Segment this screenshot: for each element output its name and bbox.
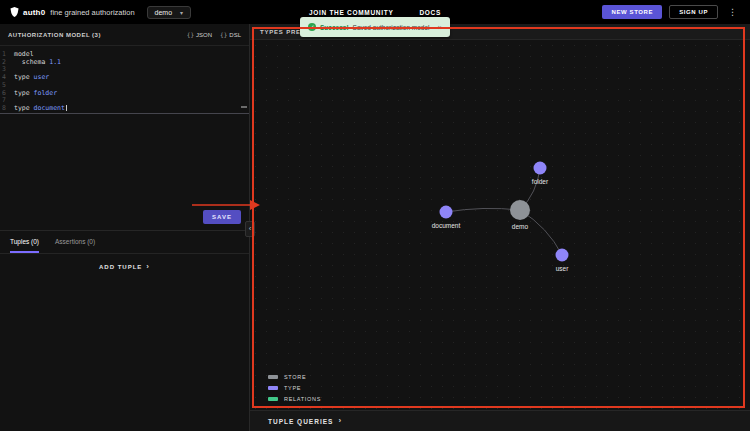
- brand-logo[interactable]: auth0 fine grained authorization: [10, 7, 135, 17]
- view-toggles: {} JSON {} DSL: [187, 31, 241, 38]
- nav-join-community[interactable]: JOIN THE COMMUNITY: [309, 9, 393, 16]
- authorization-model-panel: AUTHORIZATION MODEL (3) {} JSON {} DSL 1…: [0, 24, 250, 431]
- tab-tuples[interactable]: Tuples (0): [10, 231, 39, 253]
- text-cursor: [66, 105, 67, 111]
- legend-item: TYPE: [268, 385, 321, 391]
- check-icon: ✓: [308, 23, 316, 31]
- graph-node-label: demo: [512, 223, 529, 230]
- code-line[interactable]: 8type document: [0, 105, 249, 114]
- toast-message: Saved authorization model: [353, 24, 430, 31]
- tuple-queries-bar[interactable]: TUPLE QUERIES ›: [250, 410, 750, 431]
- graph-node-label: document: [432, 222, 461, 229]
- code-icon: {}: [220, 31, 227, 38]
- nav-docs[interactable]: DOCS: [419, 9, 441, 16]
- store-selector-value: demo: [155, 9, 173, 16]
- success-toast: ✓ Success! Saved authorization model ×: [300, 17, 450, 37]
- graph-svg: demofolderdocumentuser: [250, 40, 750, 410]
- save-row: SAVE: [0, 204, 249, 230]
- legend-swatch: [268, 397, 278, 401]
- store-selector[interactable]: demo ▾: [147, 6, 192, 19]
- line-number: 8: [0, 105, 14, 113]
- legend-label: STORE: [284, 374, 306, 380]
- code-line[interactable]: 4type user: [0, 74, 249, 82]
- tab-assertions[interactable]: Assertions (0): [55, 231, 95, 253]
- topbar-actions: NEW STORE SIGN UP ⋮: [602, 5, 740, 19]
- add-tuple-button[interactable]: ADD TUPLE ›: [0, 264, 249, 270]
- legend-item: STORE: [268, 374, 321, 380]
- graph-node-label: folder: [532, 178, 549, 185]
- legend-swatch: [268, 386, 278, 390]
- kebab-menu-icon[interactable]: ⋮: [725, 7, 740, 17]
- graph-legend: STORETYPERELATIONS: [268, 369, 321, 402]
- editor-scroll-marker: [241, 106, 247, 108]
- chevron-down-icon: ▾: [180, 9, 183, 16]
- tuples-tab-bar: Tuples (0) Assertions (0): [0, 230, 249, 254]
- code-editor[interactable]: 1model2 schema 1.134type user56type fold…: [0, 46, 249, 204]
- legend-label: RELATIONS: [284, 396, 321, 402]
- dsl-toggle-label: DSL: [229, 32, 241, 38]
- close-icon[interactable]: ×: [438, 24, 442, 31]
- auth0-shield-icon: [10, 7, 19, 17]
- graph-node-label: user: [556, 265, 569, 272]
- legend-swatch: [268, 375, 278, 379]
- graph-node-demo[interactable]: [510, 200, 530, 220]
- graph-node-folder[interactable]: [534, 162, 547, 175]
- types-preview-panel: TYPES PREVIEW ✓ Success! Saved authoriza…: [250, 24, 750, 431]
- braces-icon: {}: [187, 31, 194, 38]
- new-store-button[interactable]: NEW STORE: [602, 5, 662, 19]
- model-panel-title: AUTHORIZATION MODEL (3): [8, 32, 101, 38]
- code-line[interactable]: 2 schema 1.1: [0, 59, 249, 67]
- chevron-right-icon: ›: [338, 418, 342, 424]
- dsl-toggle-button[interactable]: {} DSL: [220, 31, 241, 38]
- code-line[interactable]: 6type folder: [0, 90, 249, 98]
- json-toggle-label: JSON: [196, 32, 212, 38]
- graph-edge: [446, 208, 520, 212]
- json-toggle-button[interactable]: {} JSON: [187, 31, 212, 38]
- tuple-queries-label: TUPLE QUERIES: [268, 418, 333, 425]
- legend-label: TYPE: [284, 385, 301, 391]
- app-root: { "topbar": { "brand": "auth0", "brand_s…: [0, 0, 750, 431]
- chevron-right-icon: ›: [146, 264, 150, 270]
- brand-suffix: fine grained authorization: [50, 8, 134, 17]
- save-button[interactable]: SAVE: [203, 210, 241, 224]
- graph-node-user[interactable]: [556, 249, 569, 262]
- panel-collapse-handle[interactable]: ‹: [245, 221, 255, 237]
- top-nav: JOIN THE COMMUNITY DOCS: [309, 9, 441, 16]
- model-panel-header: AUTHORIZATION MODEL (3) {} JSON {} DSL: [0, 24, 249, 46]
- legend-item: RELATIONS: [268, 396, 321, 402]
- add-tuple-label: ADD TUPLE: [99, 264, 142, 270]
- sign-up-button[interactable]: SIGN UP: [669, 5, 718, 19]
- toast-title: Success!: [320, 24, 349, 31]
- graph-node-document[interactable]: [440, 206, 453, 219]
- graph-canvas[interactable]: demofolderdocumentuser STORETYPERELATION…: [250, 40, 750, 410]
- brand-name: auth0: [23, 8, 45, 17]
